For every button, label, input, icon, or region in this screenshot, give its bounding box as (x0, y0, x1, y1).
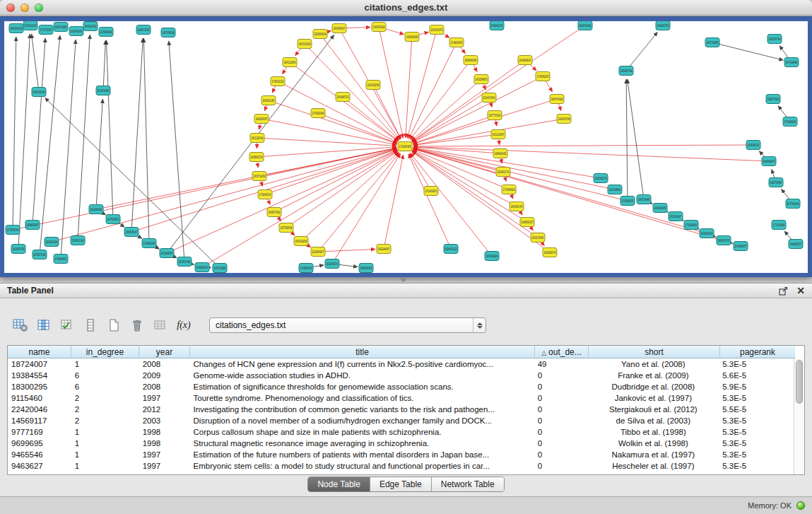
network-node[interactable]: 16924501 (195, 263, 209, 272)
table-settings-icon[interactable] (11, 316, 30, 334)
import-table-icon[interactable] (151, 316, 170, 334)
close-window-icon[interactable] (6, 4, 15, 12)
network-node[interactable]: 18350749 (177, 257, 192, 267)
network-node[interactable]: 20196835 (160, 249, 174, 258)
network-node[interactable]: 16835072 (717, 236, 731, 245)
network-node[interactable]: 20358147 (669, 212, 683, 221)
network-node[interactable]: 19134860 (608, 185, 622, 194)
network-node[interactable]: 20154376 (430, 25, 444, 35)
network-node[interactable]: 22060814 (313, 30, 327, 39)
network-node[interactable]: 16750923 (106, 215, 120, 224)
network-node[interactable]: 19112034 (250, 134, 264, 143)
network-edge[interactable] (413, 145, 753, 146)
network-node[interactable]: 16895027 (520, 218, 534, 227)
network-node[interactable]: 1724045 (398, 142, 412, 151)
network-node[interactable]: 17820635 (620, 197, 635, 206)
network-node[interactable]: 15905134 (71, 236, 85, 245)
network-node[interactable]: 20161243 (23, 21, 37, 30)
window-titlebar[interactable]: citations_edges.txt (0, 0, 812, 16)
network-edge[interactable] (96, 99, 102, 209)
scrollbar-thumb[interactable] (796, 360, 803, 404)
network-node[interactable]: 20317645 (531, 233, 545, 243)
network-node[interactable]: 16640938 (405, 33, 419, 42)
network-edge[interactable] (286, 151, 398, 228)
network-node[interactable]: 17573335 (39, 25, 53, 35)
network-node[interactable]: 17346920 (783, 117, 797, 127)
network-edge[interactable] (32, 34, 39, 92)
table-row[interactable]: 1456911722003Disruption of a novel membe… (8, 415, 794, 426)
column-header-in-degree[interactable]: in_degree (71, 346, 139, 358)
network-node[interactable]: 22045170 (496, 168, 510, 177)
network-edge[interactable] (413, 148, 707, 233)
network-node[interactable]: 21047063 (482, 93, 496, 103)
network-node[interactable]: 18693025 (359, 264, 373, 273)
network-edge[interactable] (33, 38, 45, 225)
network-edge[interactable] (626, 79, 628, 201)
table-row[interactable]: 946554611997Estimation of the future num… (8, 449, 794, 460)
table-row[interactable]: 911546021997Tourette syndrome. Phenomeno… (8, 392, 794, 404)
network-edge[interactable] (143, 38, 149, 243)
network-edge[interactable] (318, 113, 397, 144)
network-node[interactable]: 17103648 (772, 221, 786, 230)
network-node[interactable]: 16251986 (54, 23, 68, 32)
table-row[interactable]: 2242004622012Investigating the contribut… (8, 404, 794, 415)
memory-status-indicator[interactable] (796, 501, 805, 510)
close-panel-icon[interactable]: ✕ (796, 286, 805, 296)
network-node[interactable]: 20738164 (786, 199, 800, 209)
function-builder-icon[interactable]: f(x) (175, 316, 193, 334)
network-node[interactable]: 18226406 (89, 205, 103, 214)
network-node[interactable]: 19206453 (700, 229, 714, 238)
column-header-out-degree[interactable]: △out_de... (535, 346, 589, 358)
network-node[interactable]: 19750834 (161, 28, 175, 37)
table-vertical-scrollbar[interactable] (794, 358, 804, 474)
network-node[interactable]: 8163041 (578, 21, 592, 30)
column-header-name[interactable]: name (8, 346, 71, 358)
network-edge[interactable] (13, 148, 396, 230)
table-row[interactable]: 977716911998Corpus callosum shape and si… (8, 426, 794, 438)
network-node[interactable]: 19660432 (493, 149, 507, 158)
network-edge[interactable] (78, 35, 90, 240)
network-node[interactable]: 19083547 (124, 228, 139, 237)
network-edge[interactable] (373, 85, 401, 139)
network-edge[interactable] (409, 153, 431, 191)
network-node[interactable]: 17582046 (311, 109, 325, 118)
network-node[interactable]: 18530202 (9, 24, 23, 33)
network-node[interactable]: 15145455 (424, 187, 438, 196)
network-edge[interactable] (408, 42, 457, 139)
network-edge[interactable] (61, 40, 76, 259)
network-node[interactable]: 20081345 (261, 96, 276, 105)
network-edge[interactable] (412, 98, 489, 142)
float-panel-icon[interactable] (779, 286, 788, 296)
network-edge[interactable] (257, 138, 396, 146)
network-edge[interactable] (131, 38, 143, 232)
panel-splitter-handle[interactable] (400, 279, 407, 282)
network-node[interactable]: 19235708 (557, 115, 571, 124)
network-node[interactable]: 18926350 (656, 21, 670, 30)
table-row[interactable]: 1830029562008Estimation of significance … (8, 381, 794, 392)
network-edge[interactable] (96, 148, 396, 209)
network-edge[interactable] (318, 250, 375, 252)
network-node[interactable]: 18775310 (488, 111, 502, 120)
network-node[interactable]: 16554208 (294, 237, 308, 246)
table-row[interactable]: 1872400712008Changes of HCN gene express… (8, 358, 794, 370)
network-node[interactable]: 18510293 (298, 40, 312, 49)
network-node[interactable]: 21090457 (311, 247, 325, 257)
network-node[interactable]: 16847203 (136, 25, 151, 35)
network-node[interactable]: 21560934 (99, 28, 113, 37)
network-node[interactable]: 17264510 (258, 190, 272, 199)
network-node[interactable]: 17465208 (142, 239, 156, 248)
network-node[interactable]: 20371458 (252, 172, 266, 181)
network-node[interactable]: 16508274 (594, 174, 608, 183)
network-edge[interactable] (320, 34, 400, 139)
network-edge[interactable] (52, 148, 396, 242)
network-node[interactable]: 18224067 (377, 245, 391, 254)
network-node[interactable]: 20654108 (32, 88, 46, 97)
network-node[interactable]: 16320584 (45, 238, 59, 247)
network-canvas[interactable]: 1724045185102931601245617851022200813451… (4, 21, 808, 273)
network-node[interactable]: 18540176 (510, 202, 524, 211)
network-node[interactable]: 18960247 (25, 221, 40, 230)
network-node[interactable]: 19563024 (372, 23, 386, 32)
network-node[interactable]: 17924680 (684, 221, 698, 230)
tab-node-table[interactable]: Node Table (308, 477, 370, 491)
column-header-year[interactable]: year (139, 346, 190, 358)
